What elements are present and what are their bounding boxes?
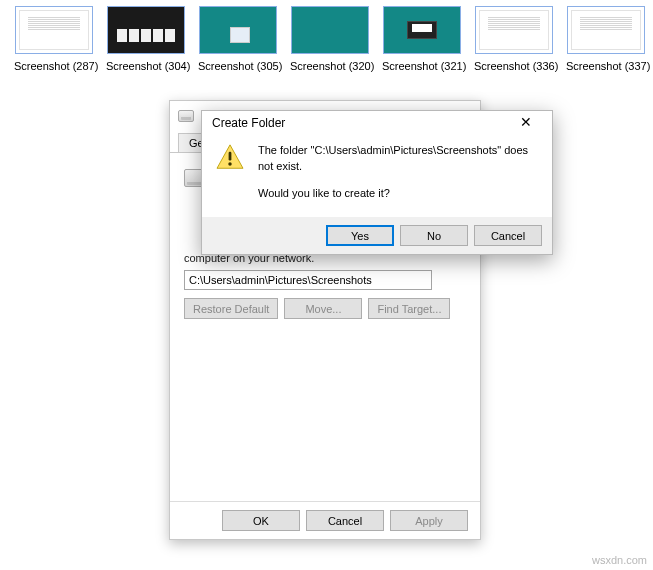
thumbnail-preview <box>107 6 185 54</box>
thumbnail-preview <box>383 6 461 54</box>
move-button[interactable]: Move... <box>284 298 362 319</box>
find-target-button[interactable]: Find Target... <box>368 298 450 319</box>
thumbnail-label: Screenshot (337) <box>566 60 646 72</box>
dialog-line1: The folder "C:\Users\admin\Pictures\Scre… <box>258 142 540 175</box>
thumbnail[interactable]: Screenshot (321) <box>382 6 462 72</box>
warning-icon <box>216 144 244 170</box>
svg-rect-1 <box>229 151 232 160</box>
watermark: wsxdn.com <box>592 554 647 566</box>
dialog-text: The folder "C:\Users\admin\Pictures\Scre… <box>258 142 540 212</box>
svg-point-2 <box>228 162 231 165</box>
yes-button[interactable]: Yes <box>326 225 394 246</box>
thumbnail[interactable]: Screenshot (336) <box>474 6 554 72</box>
thumbnail-preview <box>15 6 93 54</box>
thumbnail-label: Screenshot (320) <box>290 60 370 72</box>
disk-icon <box>178 110 194 122</box>
dialog-cancel-button[interactable]: Cancel <box>474 225 542 246</box>
thumbnail-label: Screenshot (305) <box>198 60 278 72</box>
thumbnail-label: Screenshot (287) <box>14 60 94 72</box>
dialog-body: The folder "C:\Users\admin\Pictures\Scre… <box>202 136 552 218</box>
thumbnail-preview <box>291 6 369 54</box>
thumbnail-preview <box>475 6 553 54</box>
thumbnail[interactable]: Screenshot (304) <box>106 6 186 72</box>
thumbnail-label: Screenshot (321) <box>382 60 462 72</box>
thumbnail[interactable]: Screenshot (305) <box>198 6 278 72</box>
thumbnail-preview <box>199 6 277 54</box>
thumbnail[interactable]: Screenshot (287) <box>14 6 94 72</box>
thumbnail[interactable]: Screenshot (320) <box>290 6 370 72</box>
restore-default-button[interactable]: Restore Default <box>184 298 278 319</box>
folder-path-input[interactable] <box>184 270 432 290</box>
thumbnail[interactable]: Screenshot (337) <box>566 6 646 72</box>
apply-button[interactable]: Apply <box>390 510 468 531</box>
dialog-titlebar: Create Folder ✕ <box>202 111 552 136</box>
create-folder-dialog: Create Folder ✕ The folder "C:\Users\adm… <box>201 110 553 255</box>
dialog-title: Create Folder <box>212 116 285 130</box>
thumbnail-preview <box>567 6 645 54</box>
dialog-line2: Would you like to create it? <box>258 185 540 202</box>
no-button[interactable]: No <box>400 225 468 246</box>
dialog-footer: Yes No Cancel <box>202 217 552 254</box>
thumbnail-label: Screenshot (304) <box>106 60 186 72</box>
properties-footer: OK Cancel Apply <box>170 501 480 539</box>
location-button-row: Restore Default Move... Find Target... <box>184 298 464 319</box>
file-thumbnail-row: Screenshot (287) Screenshot (304) Screen… <box>0 0 653 76</box>
cancel-button[interactable]: Cancel <box>306 510 384 531</box>
ok-button[interactable]: OK <box>222 510 300 531</box>
close-button[interactable]: ✕ <box>506 111 546 135</box>
thumbnail-label: Screenshot (336) <box>474 60 554 72</box>
